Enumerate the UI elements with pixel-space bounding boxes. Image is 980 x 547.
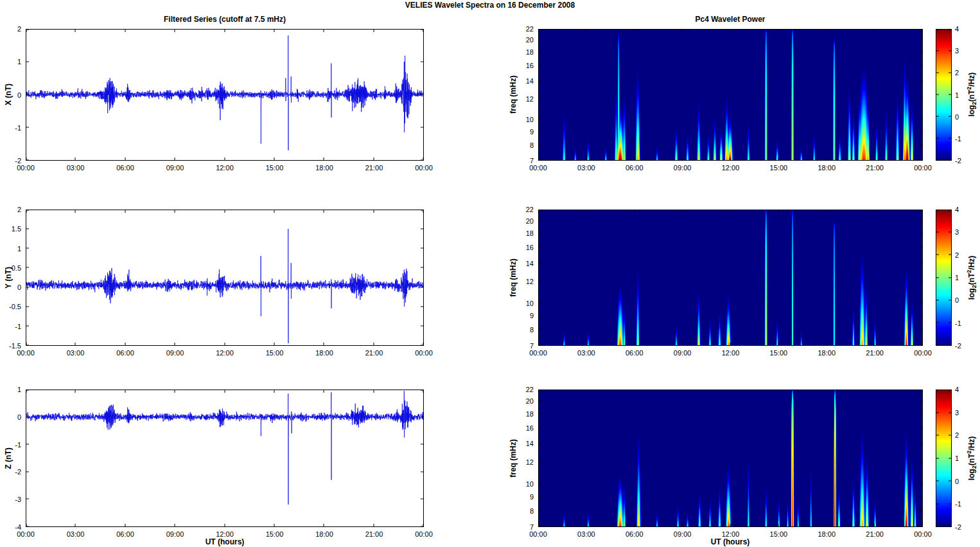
x-axis-tick-label: 12:00 xyxy=(216,164,234,172)
colorbar-label-z: log2(nT2/Hz) xyxy=(966,436,977,481)
freq-ylabel-y: freq (mHz) xyxy=(509,258,518,296)
x-series-ylabel: X (nT) xyxy=(4,84,13,105)
x-filtered-series-plot xyxy=(26,29,424,161)
colorbar-tick-label: -2 xyxy=(955,523,961,531)
x-axis-tick-label: 00:00 xyxy=(17,349,35,357)
freq-ylabel-z: freq (mHz) xyxy=(509,439,518,477)
freq-tick-label: 20 xyxy=(526,36,534,44)
freq-tick-label: 16 xyxy=(526,424,534,432)
x-axis-tick-label: 03:00 xyxy=(577,349,595,357)
freq-tick-label: 7 xyxy=(530,523,534,531)
x-wavelet-power-heatmap xyxy=(538,29,923,161)
x-axis-tick-label: 03:00 xyxy=(577,164,595,172)
ut-hours-xlabel-left: UT (hours) xyxy=(206,537,245,546)
freq-tick-label: 12 xyxy=(526,278,534,285)
y-axis-tick-label: 1 xyxy=(17,386,21,393)
x-axis-tick-label: 03:00 xyxy=(67,164,85,172)
freq-tick-label: 8 xyxy=(530,507,534,515)
freq-tick-label: 9 xyxy=(530,493,534,501)
x-axis-tick-label: 12:00 xyxy=(722,164,740,172)
x-axis-tick-label: 06:00 xyxy=(116,530,134,538)
z-wavelet-power-heatmap xyxy=(538,390,923,527)
freq-tick-label: 7 xyxy=(530,157,534,165)
colorbar-tick-label: 4 xyxy=(955,25,959,33)
x-axis-tick-label: 18:00 xyxy=(818,530,836,538)
y-axis-tick-label: -4 xyxy=(15,523,21,531)
freq-tick-label: 22 xyxy=(526,386,534,393)
freq-tick-label: 12 xyxy=(526,458,534,466)
x-axis-tick-label: 15:00 xyxy=(770,164,788,172)
colorbar-tick-label: -2 xyxy=(955,157,961,165)
colorbar-tick-label: 4 xyxy=(955,206,959,213)
z-filtered-series-plot xyxy=(26,390,424,527)
y-axis-tick-label: -2 xyxy=(15,468,21,476)
colorbar-x xyxy=(936,29,952,161)
x-axis-tick-label: 06:00 xyxy=(626,164,643,172)
ut-hours-xlabel-right: UT (hours) xyxy=(711,537,750,546)
colorbar-label-y: log2(nT2/Hz) xyxy=(966,256,977,300)
freq-tick-label: 8 xyxy=(530,141,534,149)
x-axis-tick-label: 00:00 xyxy=(415,349,433,357)
z-series-ylabel: Z (nT) xyxy=(4,447,13,469)
y-axis-tick-label: 1 xyxy=(17,245,21,253)
y-axis-tick-label: -1 xyxy=(15,124,21,132)
wavelet-power-title: Pc4 Wavelet Power xyxy=(696,15,766,24)
freq-tick-label: 10 xyxy=(526,300,534,307)
x-axis-tick-label: 06:00 xyxy=(116,164,134,172)
colorbar-tick-label: 4 xyxy=(955,386,959,393)
x-axis-tick-label: 12:00 xyxy=(722,349,740,357)
x-axis-tick-label: 03:00 xyxy=(577,530,595,538)
colorbar-tick-label: -1 xyxy=(955,319,961,327)
x-axis-tick-label: 03:00 xyxy=(67,530,85,538)
x-axis-tick-label: 18:00 xyxy=(315,164,333,172)
freq-tick-label: 9 xyxy=(530,128,534,136)
y-axis-tick-label: 0 xyxy=(17,413,21,421)
x-axis-tick-label: 15:00 xyxy=(770,530,788,538)
x-axis-tick-label: 12:00 xyxy=(722,530,740,538)
freq-tick-label: 16 xyxy=(526,62,534,69)
colorbar-tick-label: 1 xyxy=(955,274,959,282)
x-axis-tick-label: 00:00 xyxy=(17,164,35,172)
freq-tick-label: 18 xyxy=(526,48,534,56)
y-axis-tick-label: 2 xyxy=(17,25,21,33)
x-axis-tick-label: 06:00 xyxy=(626,530,643,538)
x-axis-tick-label: 00:00 xyxy=(529,349,547,357)
x-axis-tick-label: 15:00 xyxy=(266,164,284,172)
y-axis-tick-label: -1 xyxy=(15,323,21,330)
x-axis-tick-label: 21:00 xyxy=(365,349,383,357)
freq-ylabel-x: freq (mHz) xyxy=(509,75,518,113)
x-axis-tick-label: 09:00 xyxy=(674,349,692,357)
colorbar-tick-label: 2 xyxy=(955,251,959,259)
x-axis-tick-label: 21:00 xyxy=(866,349,884,357)
x-axis-tick-label: 06:00 xyxy=(116,349,134,357)
colorbar-y xyxy=(936,210,952,346)
y-axis-tick-label: 0 xyxy=(17,91,21,99)
x-axis-tick-label: 06:00 xyxy=(626,349,643,357)
colorbar-tick-label: 3 xyxy=(955,228,959,236)
x-axis-tick-label: 00:00 xyxy=(914,530,932,538)
figure-title: VELIES Wavelet Spectra on 16 December 20… xyxy=(405,1,575,10)
colorbar-tick-label: 2 xyxy=(955,69,959,76)
freq-tick-label: 20 xyxy=(526,217,534,225)
colorbar-tick-label: 0 xyxy=(955,113,959,121)
colorbar-tick-label: 1 xyxy=(955,454,959,462)
freq-tick-label: 12 xyxy=(526,95,534,103)
y-filtered-series-plot xyxy=(26,210,424,346)
filtered-series-title: Filtered Series (cutoff at 7.5 mHz) xyxy=(164,15,286,24)
freq-tick-label: 8 xyxy=(530,326,534,334)
x-axis-tick-label: 09:00 xyxy=(166,530,184,538)
y-axis-tick-label: -2 xyxy=(15,157,21,165)
y-axis-tick-label: 1.5 xyxy=(12,225,21,233)
freq-tick-label: 22 xyxy=(526,25,534,33)
freq-tick-label: 10 xyxy=(526,480,534,488)
freq-tick-label: 7 xyxy=(530,342,534,350)
y-axis-tick-label: -0.5 xyxy=(9,303,21,310)
x-axis-tick-label: 09:00 xyxy=(166,349,184,357)
colorbar-tick-label: -1 xyxy=(955,500,961,508)
freq-tick-label: 18 xyxy=(526,410,534,418)
x-axis-tick-label: 21:00 xyxy=(365,530,383,538)
y-axis-tick-label: -3 xyxy=(15,496,21,503)
colorbar-z xyxy=(936,390,952,527)
x-axis-tick-label: 00:00 xyxy=(914,349,932,357)
colorbar-tick-label: 0 xyxy=(955,296,959,304)
